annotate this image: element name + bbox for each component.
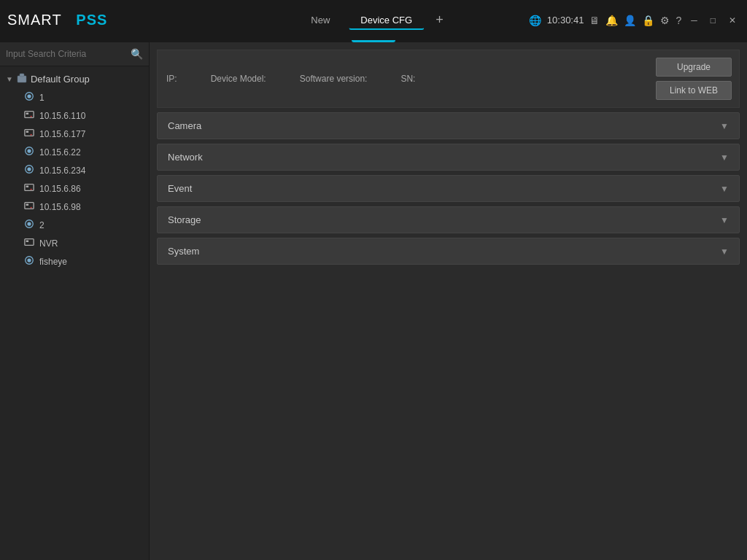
accordion-event: Event ▼ bbox=[157, 175, 740, 202]
logo-pss: PSS bbox=[76, 12, 107, 28]
accordion-label-network: Network bbox=[168, 152, 203, 163]
close-button[interactable]: ✕ bbox=[725, 14, 740, 27]
accordion-header-system[interactable]: System ▼ bbox=[158, 238, 739, 264]
sidebar: 🔍 ▼ Default Group bbox=[0, 42, 150, 560]
clock-display: 10:30:41 bbox=[547, 15, 584, 26]
tree-group-label: Default Group bbox=[31, 74, 90, 85]
minimize-button[interactable]: ─ bbox=[687, 14, 701, 27]
tree-group-default[interactable]: ▼ Default Group bbox=[0, 70, 149, 88]
accordion-arrow-storage: ▼ bbox=[720, 215, 729, 225]
accordion-header-event[interactable]: Event ▼ bbox=[158, 176, 739, 201]
user-icon: 👤 bbox=[624, 15, 636, 26]
accordion-label-event: Event bbox=[168, 183, 192, 194]
time-value: 10:30:41 bbox=[547, 15, 584, 26]
tree-item-177[interactable]: 10.15.6.177 bbox=[0, 125, 149, 143]
accordion-label-storage: Storage bbox=[168, 214, 201, 225]
logo-smart: SMART bbox=[7, 12, 62, 28]
sn-label: SN: bbox=[400, 74, 415, 84]
tree-item-234[interactable]: 10.15.6.234 bbox=[0, 161, 149, 179]
fisheye-icon bbox=[23, 255, 35, 268]
lock-icon: 🔒 bbox=[642, 15, 654, 26]
camera-icon-22 bbox=[23, 146, 35, 158]
accordion-header-storage[interactable]: Storage ▼ bbox=[158, 207, 739, 233]
tab-indicator bbox=[0, 40, 747, 42]
accordion-label-camera: Camera bbox=[168, 120, 201, 131]
tree-item-label-110: 10.15.6.110 bbox=[39, 111, 85, 121]
tree-item-label-fisheye: fisheye bbox=[39, 257, 67, 267]
accordion-system: System ▼ bbox=[157, 238, 740, 265]
svg-point-6 bbox=[31, 116, 32, 117]
nvr-icon-177 bbox=[23, 128, 35, 140]
tab-device-cfg[interactable]: Device CFG bbox=[349, 10, 424, 30]
camera-icon-2 bbox=[23, 219, 35, 231]
svg-rect-4 bbox=[25, 112, 34, 118]
titlebar-right: 🌐 10:30:41 🖥 🔔 👤 🔒 ⚙ ? ─ □ ✕ bbox=[529, 14, 740, 27]
content-area: IP: Device Model: Software version: SN: … bbox=[150, 42, 747, 560]
tree-arrow-icon: ▼ bbox=[6, 75, 13, 83]
tree-item-label-234: 10.15.6.234 bbox=[39, 166, 85, 176]
tree-item-label-98: 10.15.6.98 bbox=[39, 202, 81, 212]
titlebar: SMART PSS New Device CFG + 🌐 10:30:41 🖥 … bbox=[0, 0, 747, 40]
svg-rect-18 bbox=[26, 203, 29, 206]
upgrade-button[interactable]: Upgrade bbox=[656, 58, 732, 77]
app-logo: SMART PSS bbox=[7, 12, 107, 28]
svg-rect-5 bbox=[26, 112, 29, 114]
nav-tabs: New Device CFG + bbox=[299, 10, 447, 30]
model-field: Device Model: bbox=[211, 74, 300, 84]
main-layout: 🔍 ▼ Default Group bbox=[0, 42, 747, 560]
search-icon[interactable]: 🔍 bbox=[131, 48, 143, 60]
search-input[interactable] bbox=[6, 49, 131, 59]
search-bar: 🔍 bbox=[0, 42, 149, 66]
nvr-icon-nvr bbox=[23, 237, 35, 249]
accordion-network: Network ▼ bbox=[157, 144, 740, 171]
bell-icon: 🔔 bbox=[605, 15, 618, 26]
monitor-icon: 🖥 bbox=[589, 15, 600, 26]
svg-rect-7 bbox=[25, 130, 34, 136]
tree-item-label-22: 10.15.6.22 bbox=[39, 147, 81, 158]
device-info-panel: IP: Device Model: Software version: SN: … bbox=[157, 50, 740, 108]
svg-point-19 bbox=[31, 207, 32, 209]
accordion-header-camera[interactable]: Camera ▼ bbox=[158, 113, 739, 139]
accordion-camera: Camera ▼ bbox=[157, 112, 740, 139]
device-tree: ▼ Default Group 1 bbox=[0, 66, 149, 560]
tree-item-fisheye[interactable]: fisheye bbox=[0, 252, 149, 271]
tree-item-label-177: 10.15.6.177 bbox=[39, 129, 85, 139]
accordion-header-network[interactable]: Network ▼ bbox=[158, 144, 739, 170]
svg-rect-15 bbox=[26, 185, 29, 187]
tree-item-98[interactable]: 10.15.6.98 bbox=[0, 198, 149, 216]
svg-point-16 bbox=[31, 189, 32, 190]
accordion-arrow-system: ▼ bbox=[720, 246, 729, 257]
tree-item-label-2: 2 bbox=[39, 220, 44, 230]
svg-point-13 bbox=[27, 167, 31, 171]
sn-field: SN: bbox=[400, 74, 449, 84]
model-label: Device Model: bbox=[211, 74, 266, 84]
tree-item-nvr[interactable]: NVR bbox=[0, 234, 149, 252]
svg-point-21 bbox=[27, 222, 31, 225]
tree-item-2[interactable]: 2 bbox=[0, 216, 149, 234]
tree-item-86[interactable]: 10.15.6.86 bbox=[0, 179, 149, 198]
tab-new[interactable]: New bbox=[299, 10, 341, 30]
settings-icon: ⚙ bbox=[660, 15, 670, 26]
tree-item-110[interactable]: 10.15.6.110 bbox=[0, 106, 149, 125]
tree-item-label-86: 10.15.6.86 bbox=[39, 184, 81, 194]
svg-rect-8 bbox=[26, 131, 29, 133]
help-icon[interactable]: ? bbox=[676, 15, 681, 26]
add-tab-button[interactable]: + bbox=[431, 12, 448, 28]
svg-point-25 bbox=[27, 258, 31, 262]
tree-item-22[interactable]: 10.15.6.22 bbox=[0, 143, 149, 161]
svg-rect-22 bbox=[25, 239, 34, 246]
group-icon bbox=[17, 73, 27, 85]
nvr-icon-86 bbox=[23, 182, 35, 195]
restore-button[interactable]: □ bbox=[707, 14, 719, 27]
nvr-icon-110 bbox=[23, 109, 35, 122]
tree-item-1[interactable]: 1 bbox=[0, 88, 149, 106]
camera-icon-234 bbox=[23, 164, 35, 176]
device-action-buttons: Upgrade Link to WEB bbox=[656, 58, 732, 100]
link-to-web-button[interactable]: Link to WEB bbox=[656, 81, 732, 100]
globe-icon: 🌐 bbox=[529, 15, 541, 26]
accordion-label-system: System bbox=[168, 246, 199, 257]
svg-point-9 bbox=[31, 134, 32, 136]
accordion-arrow-event: ▼ bbox=[720, 184, 729, 194]
svg-rect-1 bbox=[20, 74, 24, 77]
tree-item-label-1: 1 bbox=[39, 93, 44, 103]
